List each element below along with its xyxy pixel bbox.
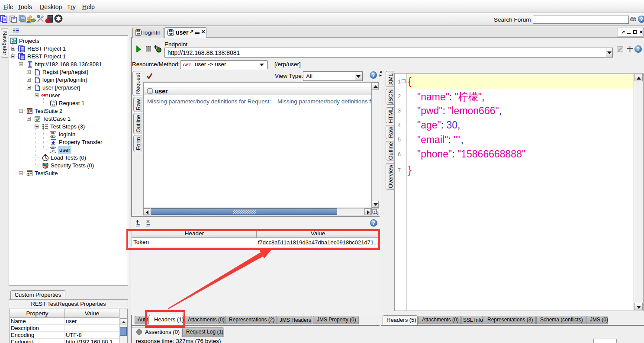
svg-text:✱: ✱ — [56, 15, 61, 22]
